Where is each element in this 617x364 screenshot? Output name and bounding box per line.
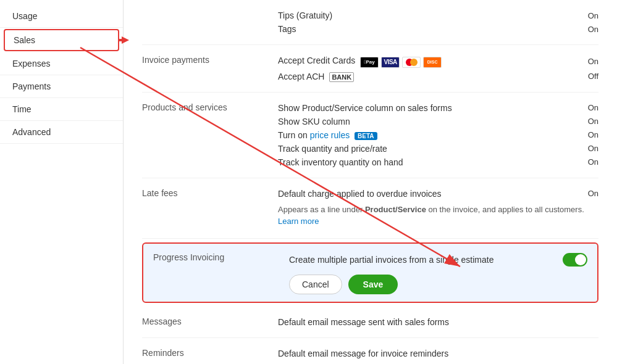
track-inv-status: On xyxy=(580,157,598,167)
messages-row: Messages Default email message sent with… xyxy=(142,307,598,338)
invoice-payments-content: Accept Credit Cards Pay VISA xyxy=(278,54,598,83)
sidebar-item-payments[interactable]: Payments xyxy=(0,75,123,98)
toggle-container xyxy=(563,253,587,267)
late-fees-row: Late fees Default charge applied to over… xyxy=(142,178,598,239)
tips-text: Tips (Gratuity) xyxy=(278,10,580,20)
tips-status: On xyxy=(580,11,598,20)
sku-text: Show SKU column xyxy=(278,117,580,126)
sidebar-item-advanced[interactable]: Advanced xyxy=(0,121,123,144)
bank-icon: BANK xyxy=(329,72,354,82)
late-fees-status: On xyxy=(580,189,598,198)
accept-ach-text: Accept ACH BANK xyxy=(278,72,580,81)
sidebar: Usage Sales Expenses Payments Time Advan… xyxy=(0,0,124,364)
invoice-payments-label: Invoice payments xyxy=(142,54,278,65)
progress-invoicing-row: Progress Invoicing Create multiple parti… xyxy=(142,242,598,303)
progress-invoicing-line: Create multiple partial invoices from a … xyxy=(289,251,587,268)
accept-cc-status: On xyxy=(580,57,598,66)
reminders-label: Reminders xyxy=(142,347,278,358)
messages-line: Default email message sent with sales fo… xyxy=(278,315,598,329)
sku-line: Show SKU column On xyxy=(278,115,598,128)
late-fees-note: Appears as a line under Product/Service … xyxy=(278,204,598,228)
mc-orange xyxy=(410,59,418,66)
tags-line: Tags On xyxy=(278,22,598,36)
accept-cc-line: Accept Credit Cards Pay VISA xyxy=(278,54,598,70)
messages-text: Default email message sent with sales fo… xyxy=(278,317,598,327)
invoice-payments-row: Invoice payments Accept Credit Cards Pa… xyxy=(142,45,598,93)
ps-col-line: Show Product/Service column on sales for… xyxy=(278,101,598,115)
track-qty-text: Track quantity and price/rate xyxy=(278,144,580,154)
accept-ach-line: Accept ACH BANK Off xyxy=(278,70,598,83)
mastercard-icon xyxy=(402,57,421,68)
products-services-content: Show Product/Service column on sales for… xyxy=(278,101,598,169)
save-button[interactable]: Save xyxy=(348,275,398,294)
price-rules-link[interactable]: price rules xyxy=(310,130,350,140)
accept-ach-status: Off xyxy=(580,72,598,81)
track-qty-line: Track quantity and price/rate On xyxy=(278,142,598,155)
progress-invoicing-content: Create multiple partial invoices from a … xyxy=(289,251,587,294)
messages-content: Default email message sent with sales fo… xyxy=(278,315,598,329)
late-fees-text: Default charge applied to overdue invoic… xyxy=(278,189,580,199)
product-service-bold: Product/Service xyxy=(365,205,426,214)
beta-badge: BETA xyxy=(355,132,377,140)
products-services-row: Products and services Show Product/Servi… xyxy=(142,93,598,178)
action-buttons: Cancel Save xyxy=(289,275,587,294)
reminders-line: Default email message for invoice remind… xyxy=(278,347,598,360)
main-content: Tips (Gratuity) On Tags On Invoice payme… xyxy=(124,0,617,364)
progress-invoicing-label: Progress Invoicing xyxy=(153,251,289,262)
mc-circles xyxy=(406,59,418,66)
arrow-icon xyxy=(118,36,129,44)
tips-line: Tips (Gratuity) On xyxy=(278,9,598,22)
tips-content: Tips (Gratuity) On Tags On xyxy=(278,9,598,36)
price-rules-status: On xyxy=(580,130,598,139)
progress-invoicing-toggle[interactable] xyxy=(563,253,587,267)
tips-row: Tips (Gratuity) On Tags On xyxy=(142,0,598,45)
track-inv-text: Track inventory quantity on hand xyxy=(278,157,580,167)
tags-text: Tags xyxy=(278,24,580,34)
reminders-content: Default email message for invoice remind… xyxy=(278,347,598,360)
price-rules-text: Turn on price rules BETA xyxy=(278,130,580,140)
reminders-row: Reminders Default email message for invo… xyxy=(142,338,598,365)
products-services-label: Products and services xyxy=(142,101,278,112)
sidebar-item-expenses[interactable]: Expenses xyxy=(0,52,123,75)
visa-icon: VISA xyxy=(381,57,400,68)
accept-cc-text: Accept Credit Cards Pay VISA xyxy=(278,56,580,68)
messages-label: Messages xyxy=(142,315,278,326)
late-fees-content: Default charge applied to overdue invoic… xyxy=(278,187,598,230)
ps-col-status: On xyxy=(580,103,598,112)
payment-icons: Pay VISA DISC xyxy=(360,57,442,68)
sidebar-item-usage[interactable]: Usage xyxy=(0,5,123,28)
late-fees-label: Late fees xyxy=(142,187,278,198)
tags-status: On xyxy=(580,25,598,34)
late-fees-line: Default charge applied to overdue invoic… xyxy=(278,187,598,201)
tips-label xyxy=(142,9,278,10)
sku-status: On xyxy=(580,117,598,126)
progress-invoicing-text: Create multiple partial invoices from a … xyxy=(289,255,563,265)
price-rules-line: Turn on price rules BETA On xyxy=(278,128,598,142)
sidebar-item-sales[interactable]: Sales xyxy=(4,29,119,51)
ps-col-text: Show Product/Service column on sales for… xyxy=(278,103,580,113)
discover-icon: DISC xyxy=(423,57,442,68)
track-qty-status: On xyxy=(580,144,598,153)
svg-marker-0 xyxy=(118,36,129,44)
learn-more-link[interactable]: Learn more xyxy=(278,217,319,226)
reminders-text: Default email message for invoice remind… xyxy=(278,349,598,358)
track-inv-line: Track inventory quantity on hand On xyxy=(278,155,598,169)
cancel-button[interactable]: Cancel xyxy=(289,275,342,294)
sidebar-item-time[interactable]: Time xyxy=(0,98,123,121)
late-fees-note-line: Appears as a line under Product/Service … xyxy=(278,201,598,230)
apple-pay-icon: Pay xyxy=(360,57,379,68)
